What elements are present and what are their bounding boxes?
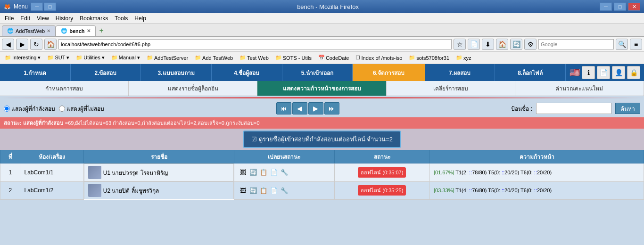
browser-search-input[interactable] bbox=[538, 39, 614, 49]
nav-tab-4-label: 4.ชื่อผู้สอบ bbox=[234, 68, 259, 77]
action-icon-2d[interactable]: 📄 bbox=[269, 186, 279, 195]
tab-add-button[interactable]: + bbox=[96, 25, 107, 36]
menu-view[interactable]: View bbox=[34, 14, 52, 23]
menu-history[interactable]: History bbox=[53, 14, 76, 23]
nav-tab-2[interactable]: 2.ข้อสอบ bbox=[71, 64, 141, 81]
reload-button[interactable]: ↻ bbox=[30, 39, 42, 50]
cell-num-1: 1 bbox=[0, 163, 20, 182]
maximize-window-btn[interactable]: □ bbox=[614, 2, 626, 11]
tab-addtestweb[interactable]: 🌐 AddTestWeb ✕ bbox=[2, 25, 56, 36]
close-window-btn[interactable]: ✕ bbox=[628, 2, 640, 11]
bm-index-icon: ☐ bbox=[355, 55, 360, 61]
minimize-btn[interactable]: ─ bbox=[31, 2, 43, 11]
nav-tab-6[interactable]: 6.จัดการสอบ bbox=[353, 64, 425, 81]
bm-sots-utils-icon: 📁 bbox=[275, 55, 282, 61]
bm-codedate[interactable]: 📅 CodeDate bbox=[315, 54, 352, 62]
minimize-window-btn[interactable]: ─ bbox=[600, 2, 612, 11]
nav-settings[interactable]: ⚙ bbox=[524, 39, 537, 50]
action-icon-1b[interactable]: 🔄 bbox=[248, 168, 258, 177]
nav-sync[interactable]: 🔄 bbox=[510, 39, 522, 50]
action-icon-2b[interactable]: 🔄 bbox=[248, 186, 258, 195]
sub-tab-1[interactable]: กำหนดการสอบ bbox=[0, 81, 129, 96]
radio-showing-label[interactable]: แสดงผู้ที่กำลังสอบ bbox=[4, 104, 55, 113]
back-button[interactable]: ◀ bbox=[2, 39, 14, 50]
nav-menu-btn[interactable]: ≡ bbox=[630, 39, 642, 50]
restore-btn[interactable]: □ bbox=[44, 2, 56, 11]
nav-tab-1[interactable]: 1.กำหนด bbox=[0, 64, 71, 81]
tab-bar: 🌐 AddTestWeb ✕ 🌐 bench ✕ + bbox=[0, 24, 644, 37]
sub-tab-5[interactable]: คำนวณคะแนนใหม่ bbox=[515, 81, 644, 96]
tab-close-bench[interactable]: ✕ bbox=[87, 28, 91, 33]
menu-tools[interactable]: Tools bbox=[112, 14, 131, 23]
nav-tab-4[interactable]: 4.ชื่อผู้สอบ bbox=[212, 64, 282, 81]
bm-testweb-label: Test Web bbox=[247, 55, 269, 61]
nav-tab-5[interactable]: 5.นำเข้า/ออก bbox=[282, 64, 353, 81]
nav-tab-8[interactable]: 8.ล็อกไฟล์ bbox=[495, 64, 566, 81]
action-icon-2a[interactable]: 🖼 bbox=[238, 186, 248, 195]
bm-addtestserver[interactable]: 📁 AddTestServer bbox=[144, 54, 191, 62]
bm-testweb[interactable]: 📁 Test Web bbox=[237, 54, 272, 62]
search-go-btn[interactable]: 🔍 bbox=[616, 39, 628, 50]
menu-file[interactable]: File bbox=[2, 14, 17, 23]
action-icon-2c[interactable]: 📋 bbox=[259, 186, 268, 195]
nav-tab-3[interactable]: 3.แบบสอบถาม bbox=[141, 64, 212, 81]
nav-home2[interactable]: 🏠 bbox=[496, 39, 508, 50]
forward-button[interactable]: ▶ bbox=[16, 39, 28, 50]
radio-showing[interactable] bbox=[4, 106, 10, 112]
nav-first-btn[interactable]: ⏮ bbox=[276, 102, 291, 114]
action-icon-1c[interactable]: 📋 bbox=[259, 168, 268, 177]
radio-not-showing[interactable] bbox=[59, 106, 65, 112]
divider-line bbox=[0, 97, 644, 98]
tab-close-addtestweb[interactable]: ✕ bbox=[47, 28, 50, 33]
firefox-icon: 🦊 bbox=[4, 3, 11, 10]
home-button[interactable]: 🏠 bbox=[44, 39, 57, 50]
nav-prev-btn[interactable]: ◀ bbox=[292, 102, 307, 114]
bookmark-star[interactable]: ☆ bbox=[454, 39, 466, 50]
sub-tab-3[interactable]: แสดงความก้าวหน้าของการสอบ bbox=[257, 81, 386, 96]
url-input[interactable] bbox=[58, 39, 452, 49]
bm-sots-utils[interactable]: 📁 SOTS - Utils bbox=[272, 54, 314, 62]
action-icon-2e[interactable]: 🔧 bbox=[280, 186, 289, 195]
bm-sut[interactable]: 📁 SUT ▾ bbox=[44, 54, 72, 62]
nav-tab-icons: 🇺🇸 ℹ 📄 👤 🔒 bbox=[566, 66, 644, 79]
sub-tab-4[interactable]: เคลียร์การสอบ bbox=[387, 81, 515, 96]
nav-last-btn[interactable]: ⏭ bbox=[324, 102, 339, 114]
action-icon-1e[interactable]: 🔧 bbox=[280, 168, 289, 177]
popup-row: ☑ ดูรายชื่อผู้เข้าสอบที่กำลังสอบแต่ออฟไล… bbox=[0, 129, 644, 150]
radio-not-showing-label[interactable]: แสดงผู้ที่ไม่สอบ bbox=[59, 104, 104, 113]
menu-bookmarks[interactable]: Bookmarks bbox=[77, 14, 111, 23]
table-header-row: ที่ ห้อง/เครื่อง รายชื่อ เปลยนสถานะ สถาน… bbox=[0, 150, 644, 163]
bm-manual[interactable]: 📁 Manual ▾ bbox=[108, 54, 143, 62]
bm-xyz-label: xyz bbox=[463, 55, 471, 61]
tab-icon-bench: 🌐 bbox=[61, 28, 67, 34]
bm-addtestweb-icon: 📁 bbox=[195, 55, 201, 61]
search-button[interactable]: ค้นหา bbox=[615, 103, 640, 114]
popup-box[interactable]: ☑ ดูรายชื่อผู้เข้าสอบที่กำลังสอบแต่ออฟไล… bbox=[243, 131, 401, 148]
user-btn[interactable]: 👤 bbox=[612, 66, 625, 79]
menu-button[interactable]: Menu bbox=[14, 3, 28, 10]
menu-edit[interactable]: Edit bbox=[17, 14, 33, 23]
title-bar: 🦊 Menu ─ □ bench - Mozilla Firefox ─ □ ✕ bbox=[0, 0, 644, 13]
bm-index[interactable]: ☐ Index of /mots-iso bbox=[353, 54, 405, 62]
bookmark-page[interactable]: 📄 bbox=[468, 39, 480, 50]
nav-next-btn[interactable]: ▶ bbox=[308, 102, 323, 114]
action-icon-1a[interactable]: 🖼 bbox=[238, 168, 248, 177]
bm-sots[interactable]: 📁 sots5708for31 bbox=[406, 54, 452, 62]
download-btn[interactable]: ⬇ bbox=[482, 39, 494, 50]
sub-tab-2[interactable]: แสดงรายชื่อผู้ล็อกอิน bbox=[129, 81, 257, 96]
action-icons-2: 🖼 🔄 📋 📄 🔧 bbox=[238, 186, 330, 195]
bm-xyz[interactable]: 📁 xyz bbox=[453, 54, 474, 62]
bm-interesting[interactable]: 📁 Interesting ▾ bbox=[2, 54, 43, 62]
action-icon-1d[interactable]: 📄 bbox=[269, 168, 279, 177]
page-btn[interactable]: 📄 bbox=[597, 66, 610, 79]
nav-tab-7[interactable]: 7.ผลสอบ bbox=[425, 64, 495, 81]
lock-btn[interactable]: 🔒 bbox=[627, 66, 640, 79]
tab-bench[interactable]: 🌐 bench ✕ bbox=[56, 25, 95, 36]
info-btn[interactable]: ℹ bbox=[582, 66, 595, 79]
bm-addtestweb[interactable]: 📁 Add TestWeb bbox=[192, 54, 236, 62]
search-label: ป้อนชื่อ : bbox=[511, 104, 532, 113]
menu-help[interactable]: Help bbox=[132, 14, 149, 23]
bm-utilities[interactable]: 📁 Utilities ▾ bbox=[73, 54, 107, 62]
cell-progress-1: [01.67%] T1(2: ::78/80) T5(0: ::20/20) T… bbox=[430, 163, 644, 182]
name-search-input[interactable] bbox=[536, 103, 611, 114]
